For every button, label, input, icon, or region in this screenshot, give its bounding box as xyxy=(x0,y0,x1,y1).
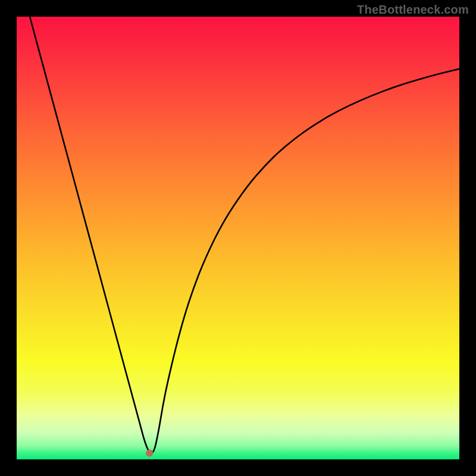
chart-svg xyxy=(17,17,459,459)
chart-frame: TheBottleneck.com xyxy=(0,0,476,476)
plot-area xyxy=(17,17,459,459)
watermark-text: TheBottleneck.com xyxy=(357,3,469,17)
gradient-background xyxy=(17,17,459,459)
optimal-point-marker xyxy=(146,450,153,457)
